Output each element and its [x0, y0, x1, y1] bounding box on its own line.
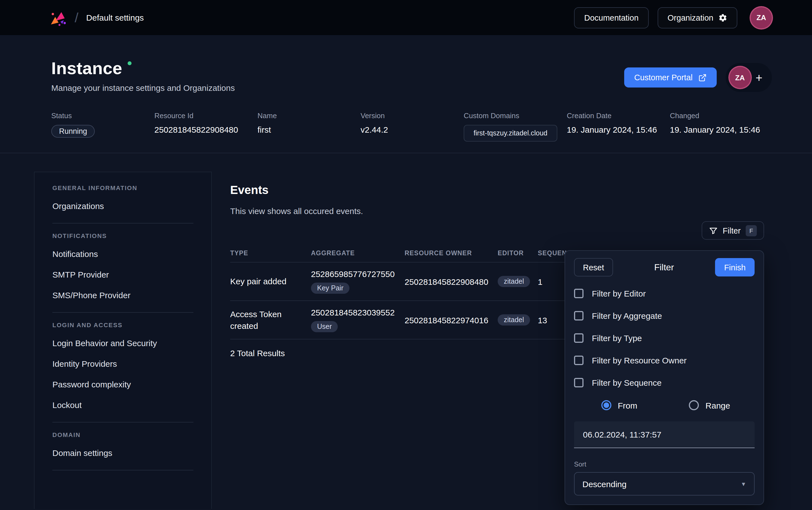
documentation-button[interactable]: Documentation: [574, 7, 649, 28]
app-window: / Default settings Documentation Organiz…: [0, 0, 812, 510]
info-creation-date: Creation Date 19. January 2024, 15:46: [567, 111, 670, 142]
finish-button[interactable]: Finish: [715, 258, 755, 277]
external-link-icon: [698, 73, 706, 82]
filter-popup-header: Reset Filter Finish: [574, 258, 755, 277]
customer-portal-label: Customer Portal: [634, 73, 693, 82]
filter-by-editor-option[interactable]: Filter by Editor: [574, 282, 755, 304]
editor-chip: zitadel: [498, 315, 530, 326]
event-type: Access Token created: [230, 308, 311, 332]
radio-unselected-icon[interactable]: [689, 400, 699, 410]
filter-by-resource-owner-option[interactable]: Filter by Resource Owner: [574, 349, 755, 371]
sequence-date-input[interactable]: 06.02.2024, 11:37:57: [574, 421, 755, 448]
radio-label: From: [618, 400, 637, 410]
avatar-group: ZA +: [725, 63, 772, 92]
resource-owner: 250281845822974016: [405, 315, 498, 325]
filter-row: Filter F: [230, 222, 764, 240]
info-changed: Changed 19. January 2024, 15:46: [670, 111, 773, 142]
info-name-label: Name: [258, 111, 360, 120]
checkbox-icon[interactable]: [574, 355, 583, 365]
breadcrumb: Default settings: [86, 13, 144, 22]
info-name-value: first: [258, 125, 360, 134]
filter-button[interactable]: Filter F: [702, 222, 764, 240]
info-changed-value: 19. January 2024, 15:46: [670, 125, 773, 134]
custom-domain-chip[interactable]: first-tqszuy.zitadel.cloud: [464, 125, 557, 142]
instance-avatar[interactable]: ZA: [729, 67, 750, 88]
events-title: Events: [230, 183, 812, 197]
reset-button[interactable]: Reset: [574, 258, 613, 277]
zitadel-logo-icon: [49, 8, 68, 27]
sidebar-heading-notifications: NOTIFICATIONS: [52, 233, 193, 239]
sidebar-item-notifications[interactable]: Notifications: [52, 244, 193, 264]
event-aggregate: 250281845823039552 User: [311, 308, 405, 333]
info-version-value: v2.44.2: [360, 125, 464, 134]
zitadel-logo[interactable]: [49, 8, 68, 27]
sidebar-heading-domain: DOMAIN: [52, 432, 193, 438]
sidebar-item-sms-phone-provider[interactable]: SMS/Phone Provider: [52, 285, 193, 306]
aggregate-id: 252865985776727550: [311, 270, 405, 279]
add-organization-button[interactable]: +: [750, 72, 767, 83]
filter-checkbox-list: Filter by Editor Filter by Aggregate Fil…: [574, 282, 755, 394]
column-resource-owner[interactable]: RESOURCE OWNER: [405, 250, 498, 257]
aggregate-type-chip: Key Pair: [311, 283, 350, 294]
checkbox-label: Filter by Aggregate: [592, 311, 662, 320]
event-type: Key pair added: [230, 276, 311, 288]
page-title-text: Instance: [51, 59, 122, 78]
documentation-button-label: Documentation: [584, 13, 639, 22]
checkbox-icon[interactable]: [574, 378, 583, 387]
info-creation-date-label: Creation Date: [567, 111, 670, 120]
resource-owner: 250281845822908480: [405, 277, 498, 286]
event-editor: zitadel: [498, 276, 538, 287]
sidebar-divider: [52, 470, 193, 471]
sidebar-item-password-complexity[interactable]: Password complexity: [52, 374, 193, 395]
sort-select[interactable]: Descending ▼: [574, 472, 755, 495]
column-type[interactable]: TYPE: [230, 250, 311, 257]
user-avatar[interactable]: ZA: [751, 7, 772, 28]
sequence-mode-radios: From Range: [574, 394, 755, 417]
sidebar-item-login-behavior[interactable]: Login Behavior and Security: [52, 333, 193, 353]
sidebar-divider: [52, 312, 193, 313]
radio-from[interactable]: From: [574, 400, 664, 410]
column-editor[interactable]: EDITOR: [498, 250, 538, 257]
filter-popup: Reset Filter Finish Filter by Editor Fil…: [564, 250, 764, 505]
sidebar-item-organizations[interactable]: Organizations: [52, 196, 193, 217]
instance-hero: Instance Manage your instance settings a…: [0, 35, 812, 153]
checkbox-icon[interactable]: [574, 288, 583, 298]
editor-chip: zitadel: [498, 276, 530, 287]
top-header: / Default settings Documentation Organiz…: [0, 0, 812, 35]
customer-portal-button[interactable]: Customer Portal: [624, 67, 717, 87]
sidebar-heading-general: GENERAL INFORMATION: [52, 185, 193, 192]
breadcrumb-separator: /: [75, 10, 78, 25]
info-version-label: Version: [360, 111, 464, 120]
gear-icon: [718, 13, 727, 22]
radio-range[interactable]: Range: [664, 400, 755, 410]
filter-by-type-option[interactable]: Filter by Type: [574, 327, 755, 349]
hero-title-block: Instance Manage your instance settings a…: [51, 59, 235, 92]
column-aggregate[interactable]: AGGREGATE: [311, 250, 405, 257]
checkbox-icon[interactable]: [574, 311, 583, 320]
info-version: Version v2.44.2: [360, 111, 464, 142]
sidebar-item-domain-settings[interactable]: Domain settings: [52, 443, 193, 463]
settings-sidebar: GENERAL INFORMATION Organizations NOTIFI…: [34, 172, 212, 509]
organization-button[interactable]: Organization: [658, 7, 737, 28]
aggregate-id: 250281845823039552: [311, 308, 405, 317]
instance-status-dot: [128, 61, 132, 65]
sidebar-item-lockout[interactable]: Lockout: [52, 395, 193, 416]
sidebar-item-smtp-provider[interactable]: SMTP Provider: [52, 264, 193, 285]
info-status: Status Running: [51, 111, 154, 142]
event-editor: zitadel: [498, 315, 538, 326]
checkbox-label: Filter by Type: [592, 333, 642, 342]
funnel-icon: [709, 226, 718, 235]
radio-selected-icon[interactable]: [601, 400, 611, 410]
filter-button-label: Filter: [723, 226, 741, 235]
info-changed-label: Changed: [670, 111, 773, 120]
hero-actions: Customer Portal ZA +: [624, 63, 772, 92]
checkbox-label: Filter by Sequence: [592, 378, 662, 387]
sidebar-heading-login-access: LOGIN AND ACCESS: [52, 322, 193, 329]
filter-by-sequence-option[interactable]: Filter by Sequence: [574, 371, 755, 394]
checkbox-icon[interactable]: [574, 333, 583, 342]
sidebar-item-identity-providers[interactable]: Identity Providers: [52, 353, 193, 374]
event-aggregate: 252865985776727550 Key Pair: [311, 270, 405, 294]
info-resource-id-label: Resource Id: [154, 111, 258, 120]
filter-by-aggregate-option[interactable]: Filter by Aggregate: [574, 304, 755, 327]
sort-label: Sort: [574, 460, 755, 468]
